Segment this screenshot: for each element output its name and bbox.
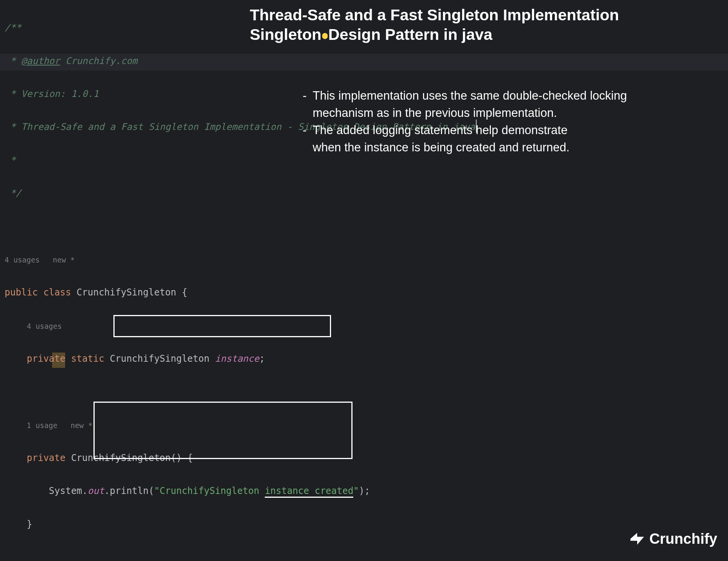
svg-marker-0 [630, 533, 644, 545]
title-line-2: SingletonDesign Pattern in java [250, 25, 619, 44]
doc-author-val: Crunchify.com [60, 56, 138, 66]
doc-version: * Version: 1.0.1 [5, 89, 99, 99]
title-line-1: Thread-Safe and a Fast Singleton Impleme… [250, 5, 619, 25]
overlay-bullets: -This implementation uses the same doubl… [303, 87, 627, 156]
overlay-title: Thread-Safe and a Fast Singleton Impleme… [250, 5, 619, 45]
lightbulb-icon [322, 33, 328, 41]
bullet-2-line-2: when the instance is being created and r… [313, 139, 569, 156]
doc-blank: * [5, 155, 16, 166]
doc-open: /** [5, 22, 21, 33]
constructor-name: CrunchifySingleton [71, 453, 171, 463]
class-name: CrunchifySingleton [77, 287, 176, 298]
crunchify-logo: Crunchify [629, 526, 717, 552]
hint-class-usages[interactable]: 4 usages new * [5, 256, 75, 264]
crunchify-logo-icon [629, 530, 646, 547]
field-instance: instance [215, 353, 259, 364]
crunchify-logo-text: Crunchify [649, 526, 717, 552]
doc-author-tag: @author [21, 56, 60, 66]
string-created: "CrunchifySingleton instance created" [154, 486, 359, 498]
code-editor[interactable]: /** * @author Crunchify.com * Version: 1… [0, 0, 728, 561]
bullet-1-line-1: This implementation uses the same double… [313, 87, 627, 105]
hint-ctor-usages[interactable]: 1 usage new * [27, 421, 93, 430]
bullet-2-line-1: The added logging statements help demons… [313, 122, 567, 139]
bullet-1-line-2: mechanism as in the previous implementat… [313, 105, 557, 122]
doc-close: */ [5, 188, 21, 198]
hint-field-usages[interactable]: 4 usages [27, 322, 62, 330]
